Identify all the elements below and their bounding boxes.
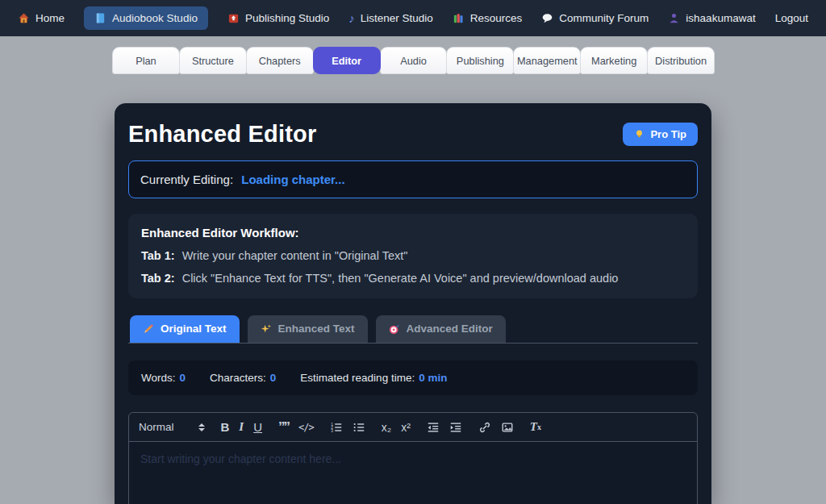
house-icon <box>18 12 30 24</box>
tab-management[interactable]: Management <box>513 47 581 74</box>
person-icon <box>668 12 680 24</box>
sparkles-icon <box>261 323 272 335</box>
pro-tip-button[interactable]: Pro Tip <box>623 123 698 146</box>
subscript-button[interactable]: x₂ <box>382 422 391 433</box>
currently-editing-value: Loading chapter... <box>241 173 344 186</box>
tab-structure[interactable]: Structure <box>179 47 247 74</box>
top-nav: Home Audiobook Studio Publishing Studio … <box>0 0 826 36</box>
bullet-list-icon <box>353 421 365 434</box>
editor-content-area[interactable]: Start writing your chapter content here.… <box>129 442 697 504</box>
format-dropdown[interactable]: Normal <box>139 421 205 433</box>
superscript-button[interactable]: x² <box>401 422 411 433</box>
stats-bar: Words:0 Characters:0 Estimated reading t… <box>128 360 698 395</box>
music-note-icon: ♪ <box>348 12 355 24</box>
tab-audio[interactable]: Audio <box>380 47 448 74</box>
mode-original-text[interactable]: Original Text <box>130 315 240 343</box>
indent-icon <box>449 421 462 434</box>
stat-label: Words: <box>141 372 176 384</box>
mode-enhanced-text[interactable]: Enhanced Text <box>248 315 368 343</box>
nav-item-audiobook-studio[interactable]: Audiobook Studio <box>84 6 208 30</box>
books-icon <box>453 12 465 24</box>
stat-label: Estimated reading time: <box>300 372 415 384</box>
nav-item-user[interactable]: ishaakumawat <box>668 12 755 24</box>
nav-item-label: Listener Studio <box>361 12 433 24</box>
mode-label: Enhanced Text <box>278 323 355 335</box>
stat-words: Words:0 <box>141 372 186 384</box>
workflow-info-box: Enhanced Editor Workflow: Tab 1: Write y… <box>128 214 698 298</box>
nav-item-logout[interactable]: Logout <box>775 12 808 24</box>
nav-item-listener-studio[interactable]: ♪ Listener Studio <box>348 12 433 24</box>
outdent-button[interactable] <box>427 421 440 434</box>
bold-button[interactable]: B <box>221 421 230 433</box>
nav-item-label: Home <box>35 12 65 24</box>
blockquote-button[interactable]: ”” <box>278 420 289 434</box>
workflow-step-prefix: Tab 1: <box>141 249 175 262</box>
nav-item-label: Audiobook Studio <box>112 12 198 24</box>
tab-plan[interactable]: Plan <box>112 47 180 74</box>
format-value: Normal <box>139 421 174 433</box>
ordered-list-button[interactable]: 123 <box>330 421 343 434</box>
target-icon <box>389 323 400 335</box>
editor-header: Enhanced Editor Pro Tip <box>128 121 698 148</box>
mode-label: Original Text <box>161 323 227 335</box>
nav-item-label: Publishing Studio <box>245 12 329 24</box>
editor-panel: Enhanced Editor Pro Tip Currently Editin… <box>115 103 711 504</box>
editor-mode-tabs: Original Text Enhanced Text Advanced Edi… <box>128 315 698 344</box>
stat-label: Characters: <box>210 372 266 384</box>
underline-button[interactable]: U <box>253 421 262 433</box>
image-button[interactable] <box>501 421 514 434</box>
stat-value: 0 <box>270 372 277 384</box>
clear-t: T <box>530 421 537 433</box>
italic-button[interactable]: I <box>239 421 244 433</box>
pencil-icon <box>143 323 154 335</box>
outdent-icon <box>427 421 440 434</box>
chevron-updown-icon <box>198 423 205 431</box>
page-title: Enhanced Editor <box>128 121 316 148</box>
nav-item-label: Resources <box>470 12 523 24</box>
pro-tip-label: Pro Tip <box>650 128 686 140</box>
nav-item-label: ishaakumawat <box>686 12 755 24</box>
tab-chapters[interactable]: Chapters <box>246 47 314 74</box>
speech-bubble-icon <box>541 12 553 24</box>
ordered-list-icon: 123 <box>330 421 343 434</box>
workflow-heading: Enhanced Editor Workflow: <box>141 226 685 240</box>
mailbox-icon <box>227 12 240 24</box>
svg-text:3: 3 <box>331 428 333 432</box>
stat-value: 0 <box>180 372 186 384</box>
nav-item-label: Logout <box>775 12 808 24</box>
stat-value: 0 min <box>419 372 447 384</box>
book-icon <box>94 12 106 24</box>
stat-reading-time: Estimated reading time:0 min <box>300 372 447 384</box>
workflow-step-text: Write your chapter content in "Original … <box>182 249 408 262</box>
editor-toolbar: Normal B I U ”” </> 123 <box>129 413 697 442</box>
tab-publishing[interactable]: Publishing <box>446 47 514 74</box>
tab-editor[interactable]: Editor <box>313 47 381 74</box>
workflow-step-prefix: Tab 2: <box>141 272 175 285</box>
nav-item-home[interactable]: Home <box>18 12 65 24</box>
workflow-step: Tab 1: Write your chapter content in "Or… <box>141 249 685 262</box>
stat-characters: Characters:0 <box>210 372 276 384</box>
nav-item-label: Community Forum <box>559 12 649 24</box>
workflow-step: Tab 2: Click "Enhance Text for TTS", the… <box>141 272 685 285</box>
currently-editing-box: Currently Editing: Loading chapter... <box>128 160 698 198</box>
indent-button[interactable] <box>449 421 462 434</box>
mode-advanced-editor[interactable]: Advanced Editor <box>376 315 506 343</box>
bullet-list-button[interactable] <box>353 421 365 434</box>
nav-item-resources[interactable]: Resources <box>453 12 523 24</box>
clear-formatting-button[interactable]: Tx <box>530 421 541 433</box>
link-button[interactable] <box>478 421 491 434</box>
image-icon <box>501 421 514 434</box>
currently-editing-label: Currently Editing: <box>140 173 233 186</box>
code-block-button[interactable]: </> <box>298 423 314 432</box>
tab-marketing[interactable]: Marketing <box>580 47 648 74</box>
nav-item-publishing-studio[interactable]: Publishing Studio <box>227 12 329 24</box>
nav-item-community-forum[interactable]: Community Forum <box>541 12 649 24</box>
workflow-step-text: Click "Enhance Text for TTS", then "Gene… <box>182 272 619 285</box>
studio-tabs: Plan Structure Chapters Editor Audio Pub… <box>112 47 714 74</box>
link-icon <box>478 421 491 434</box>
rich-text-editor: Normal B I U ”” </> 123 <box>128 412 698 504</box>
lightbulb-icon <box>634 129 645 140</box>
tab-distribution[interactable]: Distribution <box>647 47 715 74</box>
clear-x: x <box>537 423 541 431</box>
mode-label: Advanced Editor <box>407 323 493 335</box>
